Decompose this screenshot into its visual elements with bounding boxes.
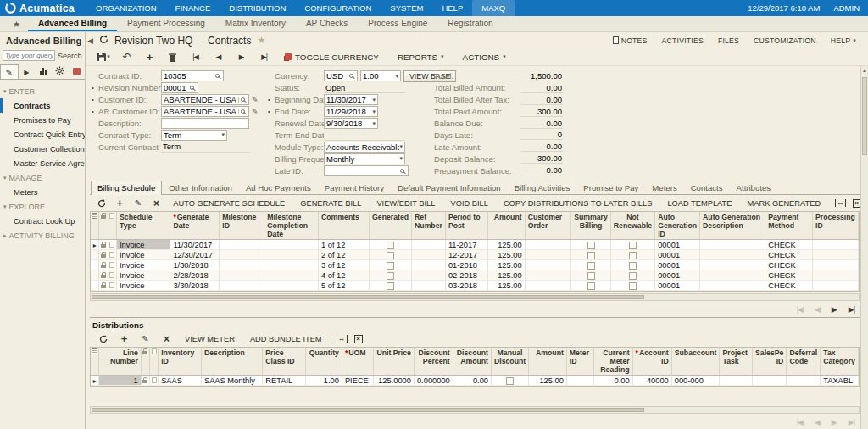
nav-group-manage[interactable]: ▾MANAGE	[0, 170, 85, 185]
cell-deferral-code[interactable]	[787, 376, 821, 386]
cell-price-class-id[interactable]: RETAIL	[263, 376, 305, 386]
billing-pager-last-button[interactable]	[849, 305, 854, 314]
cell-schedule-type[interactable]: Invoice	[117, 240, 170, 250]
sidebar-item-customer-collections[interactable]: Customer Collections	[0, 142, 85, 156]
distributions-edit-row-button[interactable]	[135, 334, 156, 343]
billing-refresh-button[interactable]	[92, 199, 111, 208]
cell-milestone-id[interactable]	[220, 270, 264, 281]
sidebar-item-contract-quick-entry[interactable]: Contract Quick Entry	[0, 127, 85, 142]
dropdown-caret-icon[interactable]	[399, 155, 403, 162]
cell-subaccount[interactable]: 000-000	[671, 376, 720, 386]
billing-action-void-bill[interactable]: VOID BILL	[450, 199, 487, 208]
magnifier-icon[interactable]	[241, 98, 245, 102]
cell-milestone-id[interactable]	[220, 240, 264, 250]
cell-customer-order[interactable]	[525, 240, 571, 250]
cell-milestone-completion-date[interactable]	[264, 240, 319, 250]
checkbox-unchecked[interactable]	[387, 272, 394, 280]
nav-group-activity-billing[interactable]: ▸ACTIVITY BILLING	[0, 228, 85, 242]
cell-uom[interactable]: PIECE	[342, 376, 373, 386]
note-cell[interactable]	[149, 376, 158, 386]
cell-summary-billing[interactable]	[571, 281, 611, 291]
cell-period-to-post[interactable]: 03-2018	[445, 281, 487, 291]
checkbox-unchecked[interactable]	[387, 242, 394, 249]
cell-processing-id[interactable]	[813, 240, 859, 250]
cell-ref-number[interactable]	[412, 250, 446, 260]
cell-generated[interactable]	[370, 240, 412, 250]
topmenu-item-help[interactable]: HELP	[432, 0, 472, 16]
checkbox-unchecked[interactable]	[387, 252, 394, 259]
sidebar-tab-gear[interactable]	[52, 64, 69, 79]
breadcrumb-refresh-button[interactable]	[99, 35, 108, 46]
cell-processing-id[interactable]	[813, 260, 859, 270]
topmenu-item-organization[interactable]: ORGANIZATION	[86, 0, 166, 16]
cell-description[interactable]: SAAS Monthly	[201, 376, 262, 386]
row-selector-cell[interactable]	[91, 240, 99, 250]
favorites-tab-matrix-inventory[interactable]: Matrix Inventory	[215, 16, 296, 31]
cell-generated[interactable]	[370, 250, 412, 260]
col-header-account-id[interactable]: Account ID	[632, 348, 671, 376]
billing-delete-row-button[interactable]	[147, 198, 166, 209]
row-selector-cell[interactable]	[91, 270, 99, 281]
note-cell[interactable]	[108, 281, 116, 291]
favorites-tab-registration[interactable]: Registration	[437, 16, 503, 31]
billing-action-copy-distributions-to-later-bills[interactable]: COPY DISTRIBUTIONS TO LATER BILLS	[504, 199, 652, 208]
cell-amount[interactable]: 125.00	[487, 260, 525, 270]
billing-pager-next-button[interactable]	[832, 305, 837, 314]
checkbox-unchecked[interactable]	[629, 252, 637, 259]
cell-period-to-post[interactable]: 11-2017	[445, 240, 487, 250]
edit-pencil-icon[interactable]	[252, 108, 259, 116]
cell-comments[interactable]: 5 of 12	[319, 281, 370, 291]
checkbox-unchecked[interactable]	[587, 262, 595, 270]
cell-milestone-id[interactable]	[220, 250, 264, 260]
col-header-summary-billing[interactable]: Summary Billing	[571, 212, 611, 240]
billing-action-load-template[interactable]: LOAD TEMPLATE	[667, 199, 732, 208]
acumatica-logo[interactable]: Acumatica	[5, 3, 86, 14]
sidebar-item-promises-to-pay[interactable]: Promises to Pay	[0, 113, 85, 127]
input-revision-number[interactable]: 00001	[161, 82, 198, 93]
previous-record-button[interactable]	[207, 53, 230, 61]
sidebar-tab-play[interactable]	[19, 64, 36, 79]
sidebar-tab-modules[interactable]	[68, 64, 85, 79]
input-currency-code[interactable]: USD	[324, 70, 358, 81]
input-customer-id[interactable]: ABARTENDE - USA Bartending Scho	[161, 94, 249, 105]
cell-not-renewable[interactable]	[610, 260, 654, 270]
favorites-star-icon[interactable]	[13, 20, 20, 29]
header-link-customization[interactable]: CUSTOMIZATION	[754, 36, 816, 45]
breadcrumb-company[interactable]: Revision Two HQ	[114, 35, 192, 47]
vertical-scroll-thumb[interactable]	[862, 77, 867, 155]
col-header-manual-discount[interactable]: Manual Discount	[491, 348, 528, 376]
cell-generate-date[interactable]: 11/30/2017	[170, 240, 220, 250]
sidebar-tab-pencil[interactable]	[0, 64, 19, 79]
cell-account-id[interactable]: 40000	[632, 376, 671, 386]
cell-comments[interactable]: 4 of 12	[319, 270, 370, 281]
col-header-payment-method[interactable]: Payment Method	[765, 212, 813, 240]
distributions-action-view-meter[interactable]: VIEW METER	[185, 335, 235, 343]
billing-grid-hscrollbar[interactable]	[90, 293, 860, 301]
billing-action-mark-generated[interactable]: MARK GENERATED	[748, 199, 821, 208]
header-link-help[interactable]: HELP	[831, 36, 856, 45]
checkbox-unchecked[interactable]	[629, 272, 637, 280]
grid-row[interactable]: Invoice3/30/20185 of 1203-2018125.000000…	[91, 281, 859, 291]
distributions-delete-row-button[interactable]	[156, 333, 177, 345]
cell-period-to-post[interactable]: 01-2018	[445, 260, 487, 270]
cell-payment-method[interactable]: CHECK	[765, 270, 813, 281]
col-header-discount-percent[interactable]: Discount Percent	[414, 348, 453, 376]
note-cell[interactable]	[108, 240, 116, 250]
col-header-auto-generation-description[interactable]: Auto Generation Description	[700, 212, 765, 240]
cell-auto-generation-description[interactable]	[700, 270, 765, 281]
distributions-hscrollbar[interactable]	[90, 406, 860, 414]
cell-comments[interactable]: 3 of 12	[319, 260, 370, 270]
input-contract-id[interactable]: 10305	[161, 70, 224, 81]
header-link-files[interactable]: FILES	[718, 36, 739, 45]
cell-schedule-type[interactable]: Invoice	[117, 281, 170, 291]
dropdown-caret-icon[interactable]	[372, 120, 376, 127]
cell-period-to-post[interactable]: 02-2018	[445, 270, 487, 281]
next-record-button[interactable]	[230, 53, 253, 61]
input-late-id[interactable]	[324, 165, 409, 176]
cancel-undo-button[interactable]	[115, 51, 138, 63]
cell-processing-id[interactable]	[813, 270, 859, 281]
cell-inventory-id[interactable]: SAAS	[159, 376, 202, 386]
distributions-hscroll-thumb[interactable]	[92, 408, 644, 412]
cell-comments[interactable]: 2 of 12	[319, 250, 370, 260]
tab-payment-history[interactable]: Payment History	[318, 181, 391, 195]
